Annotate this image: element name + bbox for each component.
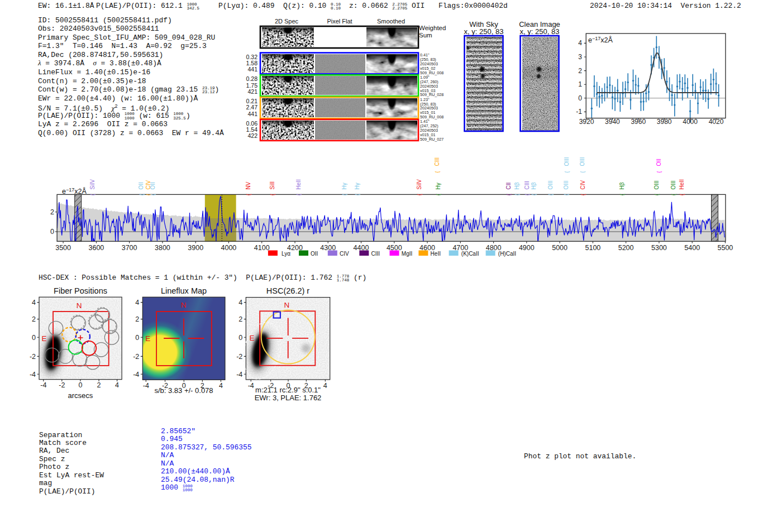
svg-text:5000: 5000: [552, 244, 568, 252]
svg-text:4000: 4000: [221, 244, 236, 252]
svg-text:SiII: SiII: [269, 181, 275, 189]
svg-text:2: 2: [50, 208, 54, 216]
svg-text:{: {: [679, 194, 685, 195]
svg-text:{: {: [564, 171, 570, 173]
svg-text:3700: 3700: [122, 244, 137, 252]
svg-text:{: {: [548, 194, 554, 195]
svg-text:{: {: [296, 194, 302, 195]
svg-text:2D Spec: 2D Spec: [275, 18, 299, 25]
svg-text:{: {: [417, 194, 422, 195]
svg-text:{: {: [150, 194, 156, 195]
svg-text:2: 2: [97, 381, 101, 389]
svg-text:-2: -2: [236, 353, 242, 361]
svg-text:N: N: [284, 301, 289, 309]
svg-text:x, y: 250, 83: x, y: 250, 83: [520, 27, 560, 36]
svg-text:{: {: [514, 194, 520, 195]
svg-text:{: {: [90, 194, 96, 195]
svg-text:5300: 5300: [651, 244, 667, 252]
svg-text:OII: OII: [311, 251, 318, 257]
svg-text:CIII: CIII: [434, 157, 440, 166]
svg-text:CIV: CIV: [580, 180, 586, 190]
svg-text:N: N: [181, 301, 187, 309]
svg-text:4: 4: [219, 382, 223, 390]
svg-text:{: {: [355, 194, 360, 195]
svg-text:-4: -4: [236, 371, 242, 378]
svg-text:-4: -4: [133, 371, 139, 378]
svg-text:E: E: [41, 334, 46, 343]
svg-text:CIII: CIII: [371, 251, 380, 257]
svg-text:Fiber Positions: Fiber Positions: [54, 286, 107, 295]
svg-text:-4: -4: [40, 381, 46, 389]
svg-text:{: {: [139, 194, 145, 195]
svg-text:4020: 4020: [709, 118, 724, 126]
svg-text:Hβ: Hβ: [514, 182, 520, 189]
svg-text:5100: 5100: [585, 244, 600, 252]
svg-text:4000: 4000: [683, 118, 698, 126]
svg-text:NV: NV: [245, 181, 251, 189]
svg-text:OII: OII: [150, 182, 156, 189]
svg-text:4: 4: [578, 39, 582, 47]
svg-text:{: {: [654, 194, 660, 195]
svg-text:m:21.1 rc:2.9" s:0.1": m:21.1 rc:2.9" s:0.1": [255, 386, 321, 394]
svg-text:{: {: [524, 194, 530, 195]
svg-text:5500: 5500: [717, 244, 733, 252]
svg-text:Lineflux Map: Lineflux Map: [161, 286, 207, 295]
svg-text:2: 2: [239, 315, 242, 323]
svg-text:SiIV: SiIV: [89, 179, 96, 190]
svg-text:4100: 4100: [254, 244, 270, 252]
svg-text:E: E: [145, 334, 150, 343]
svg-text:4: 4: [135, 299, 139, 306]
svg-text:{: {: [436, 194, 441, 195]
svg-text:{: {: [671, 194, 676, 195]
svg-text:(K)CaII: (K)CaII: [461, 251, 479, 257]
svg-text:(H)CaII: (H)CaII: [498, 251, 516, 257]
svg-text:CII: CII: [506, 183, 512, 190]
svg-text:{: {: [342, 194, 347, 195]
svg-text:3600: 3600: [88, 244, 104, 252]
svg-text:1: 1: [578, 80, 582, 88]
svg-text:OIII: OIII: [547, 180, 554, 189]
svg-text:-2: -2: [30, 353, 36, 361]
svg-text:2: 2: [578, 67, 582, 75]
svg-text:Hβ: Hβ: [619, 182, 625, 189]
svg-text:{: {: [270, 194, 275, 195]
svg-text:-4: -4: [30, 371, 36, 378]
svg-text:-2: -2: [133, 353, 139, 361]
svg-text:{: {: [619, 194, 625, 195]
svg-text:-1: -1: [576, 108, 582, 116]
svg-text:Hβ: Hβ: [531, 182, 537, 189]
svg-text:e−17x2Å: e−17x2Å: [62, 187, 87, 195]
svg-text:Lyα: Lyα: [282, 251, 290, 257]
svg-text:E: E: [249, 334, 254, 342]
svg-text:HeII: HeII: [431, 251, 441, 257]
svg-text:{: {: [564, 194, 569, 195]
svg-text:Pixel Flat: Pixel Flat: [327, 18, 352, 25]
svg-text:0: 0: [239, 334, 242, 342]
svg-text:EWr: 3, PLAE: 1.762: EWr: 3, PLAE: 1.762: [255, 394, 322, 402]
svg-text:OII: OII: [138, 182, 144, 189]
svg-text:HeII: HeII: [679, 179, 685, 189]
svg-text:3500: 3500: [55, 244, 71, 252]
svg-text:OIII: OIII: [579, 157, 585, 166]
svg-text:{: {: [580, 194, 586, 195]
svg-text:CIII: CIII: [524, 181, 530, 190]
svg-text:Hγ: Hγ: [354, 183, 360, 189]
svg-text:OIII: OIII: [564, 157, 570, 166]
svg-text:4: 4: [32, 299, 36, 306]
svg-text:{: {: [656, 171, 662, 173]
svg-text:4900: 4900: [519, 244, 535, 252]
svg-text:4: 4: [239, 299, 242, 306]
svg-text:N: N: [77, 301, 82, 310]
svg-text:0: 0: [578, 94, 582, 102]
svg-text:0: 0: [78, 381, 82, 389]
svg-text:{: {: [246, 194, 251, 195]
svg-text:Hγ: Hγ: [435, 183, 441, 189]
svg-text:2: 2: [32, 315, 36, 323]
svg-text:5200: 5200: [618, 244, 634, 252]
svg-text:e−17x2Å: e−17x2Å: [588, 36, 613, 44]
svg-text:2: 2: [135, 315, 139, 323]
svg-text:3960: 3960: [631, 118, 646, 126]
svg-text:3900: 3900: [188, 244, 203, 252]
svg-text:-2: -2: [59, 381, 65, 389]
svg-text:0: 0: [50, 228, 54, 236]
